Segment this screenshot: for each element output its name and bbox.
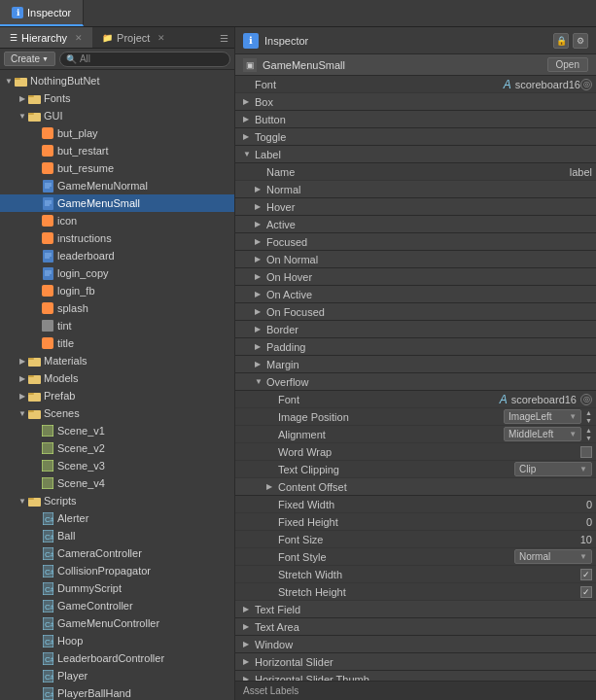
hierarchy-tab-close[interactable]: ✕ [75, 33, 83, 43]
tree-item-gamemenusmal[interactable]: GameMenuSmall [0, 194, 234, 212]
sub-tab-hierarchy[interactable]: ☰ Hierarchy ✕ [0, 27, 92, 48]
inspector-lock-btn[interactable]: 🔒 [553, 33, 569, 49]
prop-row-text-area[interactable]: Text Area [235, 618, 596, 636]
prop-arrow-box[interactable] [243, 97, 255, 106]
prop-row-normal[interactable]: Normal [235, 181, 596, 198]
tree-item-collisionpropagator[interactable]: C#CollisionPropagator [0, 562, 234, 579]
tree-item-cameracontroller[interactable]: C#CameraController [0, 544, 234, 562]
scroll-btns[interactable]: ▲▼ [585, 409, 592, 424]
tree-item-leaderboardcontroller[interactable]: C#LeaderboardController [0, 649, 234, 667]
prop-row-horizontal-slider-thumb[interactable]: Horizontal Slider Thumb [235, 671, 596, 681]
prop-row-button[interactable]: Button [235, 111, 596, 128]
inspector-content[interactable]: FontAscoreboard16◎BoxButtonToggleLabelNa… [235, 76, 596, 681]
prop-arrow-text-field[interactable] [243, 605, 255, 613]
align-scroll-up[interactable]: ▲ [585, 427, 592, 434]
tree-item-gamemenunormal[interactable]: GameMenuNormal [0, 177, 234, 194]
tree-item-gui[interactable]: GUI [0, 107, 234, 124]
align-scroll-down[interactable]: ▼ [585, 435, 592, 441]
tree-item-tint[interactable]: tint [0, 317, 234, 334]
prop-arrow-toggle[interactable] [243, 132, 255, 141]
prop-arrow-horizontal-slider[interactable] [243, 657, 255, 666]
tree-item-scene_v1[interactable]: Scene_v1 [0, 422, 234, 439]
left-panel-menu-btn[interactable]: ☰ [213, 27, 234, 49]
prop-row-active[interactable]: Active [235, 216, 596, 233]
tree-item-player[interactable]: C#Player [0, 667, 234, 684]
prop-row-on-active[interactable]: On Active [235, 286, 596, 303]
tree-item-but_play[interactable]: but_play [0, 124, 234, 142]
tree-item-scene_v3[interactable]: Scene_v3 [0, 457, 234, 474]
font-select-btn[interactable]: ◎ [580, 394, 592, 405]
tree-item-models[interactable]: Models [0, 369, 234, 387]
tree-item-dummyscript[interactable]: C#DummyScript [0, 579, 234, 597]
tree-item-icon[interactable]: icon [0, 212, 234, 229]
prop-arrow-on-hover[interactable] [255, 272, 266, 281]
prop-arrow-hover[interactable] [255, 202, 266, 211]
scroll-down[interactable]: ▼ [585, 417, 592, 424]
prop-row-text-field[interactable]: Text Field [235, 601, 596, 618]
prop-arrow-padding[interactable] [255, 342, 266, 351]
tree-item-scripts[interactable]: Scripts [0, 492, 234, 509]
tree-item-hoop[interactable]: C#Hoop [0, 632, 234, 649]
create-button[interactable]: Create ▼ [4, 52, 55, 66]
tree-item-scene_v2[interactable]: Scene_v2 [0, 439, 234, 457]
tree-item-prefab[interactable]: Prefab [0, 387, 234, 404]
prop-row-label[interactable]: Label [235, 146, 596, 163]
tree-item-leaderboard[interactable]: leaderboard [0, 247, 234, 264]
tree-item-but_restart[interactable]: but_restart [0, 142, 234, 159]
prop-arrow-content-offset[interactable] [266, 482, 278, 491]
project-tab-close[interactable]: ✕ [158, 33, 165, 43]
sub-tab-project[interactable]: 📁 Project ✕ [92, 27, 175, 48]
prop-row-box[interactable]: Box [235, 93, 596, 111]
prop-row-toggle[interactable]: Toggle [235, 128, 596, 146]
align-scroll-btns[interactable]: ▲▼ [585, 427, 592, 441]
font-top-circle-btn[interactable]: ◎ [580, 79, 592, 90]
tree-arrow-gui[interactable] [18, 112, 27, 121]
prop-row-on-normal[interactable]: On Normal [235, 251, 596, 268]
tree-item-instructions[interactable]: instructions [0, 229, 234, 247]
tree-arrow-nothingbutnet[interactable] [4, 77, 14, 86]
tree-item-but_resume[interactable]: but_resume [0, 159, 234, 177]
open-button[interactable]: Open [547, 57, 588, 72]
prop-arrow-button[interactable] [243, 115, 255, 123]
prop-row-focused[interactable]: Focused [235, 233, 596, 251]
inspector-gear-btn[interactable]: ⚙ [573, 33, 588, 49]
prop-arrow-on-normal[interactable] [255, 255, 266, 263]
dropdown-image-position[interactable]: ImageLeft ▼ [504, 409, 581, 424]
tree-item-nothingbutnet[interactable]: NothingButNet [0, 72, 234, 89]
tree-item-playerballhand[interactable]: C#PlayerBallHand [0, 684, 234, 700]
dropdown-font-style[interactable]: Normal ▼ [514, 549, 592, 564]
tree-item-materials[interactable]: Materials [0, 352, 234, 369]
prop-arrow-active[interactable] [255, 220, 266, 228]
prop-row-margin[interactable]: Margin [235, 356, 596, 373]
tree-item-ball[interactable]: C#Ball [0, 527, 234, 544]
prop-arrow-label[interactable] [243, 150, 255, 158]
tab-inspector[interactable]: ℹ Inspector [0, 0, 84, 26]
tree-item-gamemenucontroller[interactable]: C#GameMenuController [0, 614, 234, 632]
prop-row-padding[interactable]: Padding [235, 338, 596, 356]
prop-row-on-focused[interactable]: On Focused [235, 303, 596, 321]
prop-row-window[interactable]: Window [235, 636, 596, 653]
prop-arrow-border[interactable] [255, 325, 266, 333]
prop-arrow-margin[interactable] [255, 360, 266, 368]
tree-item-scene_v4[interactable]: Scene_v4 [0, 474, 234, 492]
prop-row-content-offset[interactable]: Content Offset [235, 478, 596, 496]
tree-arrow-scripts[interactable] [18, 497, 27, 506]
tree-arrow-scenes[interactable] [18, 409, 27, 418]
tree-item-login_copy[interactable]: login_copy [0, 264, 234, 282]
dropdown-text-clipping[interactable]: Clip ▼ [514, 462, 592, 476]
tree-arrow-prefab[interactable] [18, 392, 27, 401]
prop-row-hover[interactable]: Hover [235, 198, 596, 216]
dropdown-alignment[interactable]: MiddleLeft ▼ [504, 427, 581, 441]
checkbox-stretch-width[interactable] [580, 569, 592, 580]
prop-row-on-hover[interactable]: On Hover [235, 268, 596, 286]
tree-arrow-materials[interactable] [18, 357, 27, 366]
tree-item-gamecontroller[interactable]: C#GameController [0, 597, 234, 614]
checkbox-stretch-height[interactable] [580, 586, 592, 598]
tree-item-fonts[interactable]: Fonts [0, 89, 234, 107]
tree-item-scenes[interactable]: Scenes [0, 404, 234, 422]
checkbox-word-wrap[interactable] [580, 446, 592, 458]
prop-arrow-normal[interactable] [255, 185, 266, 193]
prop-row-border[interactable]: Border [235, 321, 596, 338]
prop-row-horizontal-slider[interactable]: Horizontal Slider [235, 653, 596, 671]
tree-item-alerter[interactable]: C#Alerter [0, 509, 234, 527]
